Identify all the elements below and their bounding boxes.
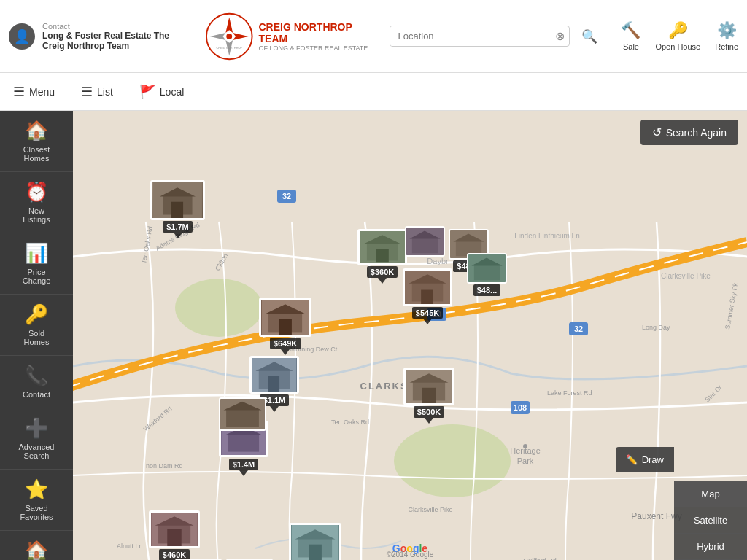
map-pin-649k[interactable]: $649K [259, 298, 311, 355]
map-pin-500k[interactable]: $500K [403, 368, 454, 424]
nav-menu[interactable]: ☰ Menu [0, 73, 68, 110]
saved-favorites-icon: ⭐ [25, 478, 48, 501]
sidebar-item-new-listings[interactable]: ⏰ NewListings [0, 172, 73, 233]
refine-icon: ⚙️ [717, 21, 737, 40]
pin-image [259, 298, 311, 337]
pencil-icon: ✏️ [626, 454, 638, 465]
draw-button[interactable]: ✏️ Draw [616, 447, 674, 472]
nav-local[interactable]: 🚩 Local [126, 73, 197, 110]
svg-text:Park: Park [517, 456, 534, 465]
agent-name: Long & Foster Real Estate The Creig Nort… [42, 31, 188, 51]
pin-triangle [239, 470, 248, 476]
svg-text:Alnutt Ln: Alnutt Ln [117, 542, 143, 550]
search-bar: ⊗ [390, 26, 570, 47]
search-button[interactable]: 🔍 [576, 26, 603, 47]
pin-image [219, 397, 266, 431]
brand-text: CREIG NORTHROP TEAM OF LONG & FOSTER REA… [259, 21, 382, 52]
svg-rect-7 [73, 111, 747, 560]
svg-text:Lake Forest Rd: Lake Forest Rd [547, 389, 592, 397]
svg-text:Daybr: Daybr [427, 257, 449, 265]
list-label: List [97, 86, 113, 98]
new-listings-label: NewListings [23, 206, 50, 224]
sale-button[interactable]: 🔨 Sale [621, 21, 640, 51]
pin-price: $360K [367, 266, 398, 278]
svg-point-8 [175, 279, 263, 337]
map-pin-769k[interactable]: $769K [289, 523, 341, 560]
sidebar-item-price-change[interactable]: 📊 PriceChange [0, 233, 73, 295]
svg-marker-1 [225, 17, 233, 33]
sidebar: 🏠 ClosestHomes ⏰ NewListings 📊 PriceChan… [0, 111, 73, 560]
svg-text:32: 32 [574, 324, 583, 333]
map-copyright: ©2014 Google [387, 551, 434, 559]
search-again-label: Search Again [666, 127, 727, 139]
sidebar-item-bottom[interactable]: 🏠 [0, 531, 73, 560]
sidebar-item-closest-homes[interactable]: 🏠 ClosestHomes [0, 111, 73, 172]
map-pin-cluster-3[interactable]: $48... [467, 253, 507, 296]
svg-text:Ten Oaks Rd: Ten Oaks Rd [331, 419, 369, 426]
sidebar-item-saved-favorites[interactable]: ⭐ SavedFavorites [0, 470, 73, 531]
search-again-button[interactable]: ↺ Search Again [640, 120, 738, 145]
sidebar-item-sold-homes[interactable]: 🔑 SoldHomes [0, 295, 73, 356]
sold-homes-label: SoldHomes [24, 329, 50, 346]
map-svg: 32 20 108 32 CLARKSVILLE Daybr Linden Li… [73, 111, 747, 560]
refine-button[interactable]: ⚙️ Refine [715, 21, 738, 51]
pin-price: $649K [270, 338, 301, 349]
map-pin-small-1[interactable] [219, 397, 266, 431]
menu-label: Menu [29, 86, 55, 98]
map-pin-cluster-1[interactable] [405, 226, 445, 257]
svg-point-5 [226, 34, 232, 39]
pin-image [150, 180, 205, 220]
satellite-button[interactable]: Satellite [674, 508, 747, 534]
contact-label: Contact [23, 390, 50, 399]
saved-favorites-label: SavedFavorites [20, 504, 53, 521]
map-pin-360k[interactable]: $360K [357, 229, 407, 284]
search-clear-button[interactable]: ⊗ [551, 26, 569, 46]
pin-image [405, 226, 445, 257]
svg-rect-73 [268, 376, 279, 392]
map-pin-545k[interactable]: $545K [403, 268, 452, 324]
svg-rect-69 [279, 319, 292, 335]
header-left: 👤 Contact Long & Foster Real Estate The … [0, 22, 204, 51]
flag-icon: 🚩 [139, 84, 155, 100]
brand-logo: CREIG NORTHROP CREIG NORTHROP TEAM OF LO… [204, 11, 381, 62]
map-button[interactable]: Map [674, 481, 747, 508]
svg-rect-48 [171, 202, 183, 218]
map-container[interactable]: 32 20 108 32 CLARKSVILLE Daybr Linden Li… [73, 111, 747, 560]
pin-triangle [425, 418, 433, 424]
local-label: Local [160, 86, 184, 98]
sidebar-item-advanced-search[interactable]: ➕ AdvancedSearch [0, 408, 73, 470]
draw-label: Draw [642, 454, 664, 465]
map-pin-460k[interactable]: $460K [149, 510, 200, 560]
hybrid-button[interactable]: Hybrid [674, 534, 747, 560]
header-right: ⊗ 🔍 🔨 Sale 🔑 Open House ⚙️ Refine [381, 21, 747, 51]
refine-label: Refine [715, 42, 738, 51]
pin-image [149, 510, 200, 548]
pin-triangle [281, 349, 290, 355]
sidebar-item-contact[interactable]: 📞 Contact [0, 356, 73, 408]
svg-text:Linden Linthicum Ln: Linden Linthicum Ln [514, 232, 580, 240]
pin-price: $1.4M [229, 459, 259, 470]
svg-text:CREIG NORTHROP: CREIG NORTHROP [216, 45, 242, 49]
svg-text:108: 108 [514, 403, 527, 412]
list-icon: ☰ [81, 84, 93, 100]
agent-info: Contact Long & Foster Real Estate The Cr… [42, 22, 188, 51]
svg-rect-91 [309, 545, 322, 560]
pin-image [289, 523, 341, 560]
sale-icon: 🔨 [621, 21, 640, 40]
svg-rect-54 [412, 238, 438, 254]
svg-marker-4 [233, 33, 249, 40]
svg-text:Clarksville Pike: Clarksville Pike [661, 272, 711, 280]
svg-rect-60 [474, 265, 500, 281]
pin-price: $500K [414, 406, 444, 418]
svg-point-44 [523, 444, 527, 448]
open-house-button[interactable]: 🔑 Open House [655, 21, 700, 51]
location-input[interactable] [390, 26, 551, 46]
contact-label[interactable]: Contact [42, 22, 188, 31]
header: 👤 Contact Long & Foster Real Estate The … [0, 0, 747, 73]
pin-triangle [423, 319, 432, 324]
pin-image [357, 229, 407, 265]
brand-sub: OF LONG & FOSTER REAL ESTATE [259, 44, 382, 52]
pin-price: $545K [412, 307, 443, 319]
map-pin-17m[interactable]: $1.7M [150, 180, 205, 238]
nav-list[interactable]: ☰ List [68, 73, 126, 110]
